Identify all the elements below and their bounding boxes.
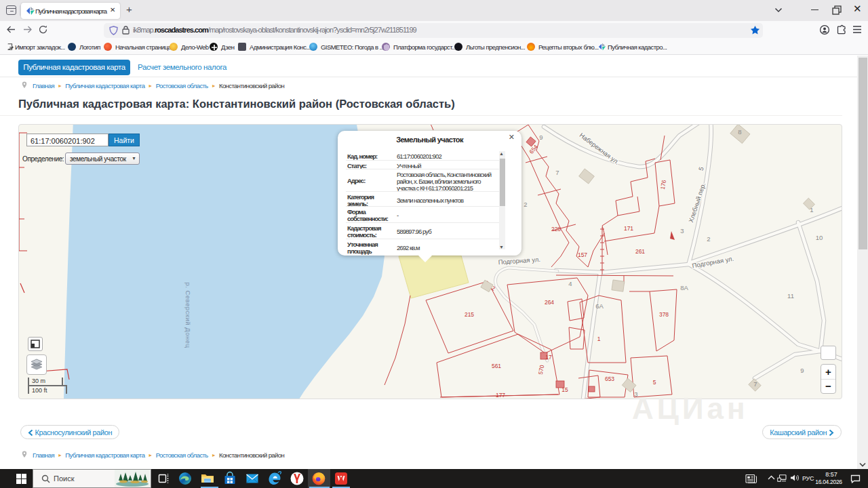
svg-text:р. Северский Донец: р. Северский Донец bbox=[184, 282, 192, 348]
svg-text:7: 7 bbox=[555, 169, 559, 176]
svg-text:653: 653 bbox=[605, 375, 614, 382]
svg-text:9: 9 bbox=[539, 134, 542, 141]
svg-text:176: 176 bbox=[659, 179, 667, 190]
svg-text:9: 9 bbox=[800, 367, 804, 374]
svg-text:171: 171 bbox=[624, 225, 633, 232]
svg-text:561: 561 bbox=[492, 363, 501, 369]
svg-text:177: 177 bbox=[496, 392, 505, 399]
svg-text:5: 5 bbox=[697, 166, 705, 171]
svg-text:157: 157 bbox=[578, 251, 587, 258]
svg-text:Подгорная ул.: Подгорная ул. bbox=[498, 256, 540, 266]
svg-text:378: 378 bbox=[659, 311, 669, 318]
svg-text:1: 1 bbox=[597, 336, 601, 342]
svg-text:11: 11 bbox=[787, 292, 794, 300]
svg-text:228: 228 bbox=[551, 226, 561, 232]
svg-text:8А: 8А bbox=[680, 284, 688, 291]
svg-text:10: 10 bbox=[816, 234, 823, 241]
svg-text:5: 5 bbox=[653, 379, 656, 386]
svg-text:7: 7 bbox=[753, 380, 757, 388]
svg-text:3: 3 bbox=[680, 227, 684, 235]
svg-text:2: 2 bbox=[524, 201, 527, 208]
svg-text:17: 17 bbox=[545, 354, 552, 361]
svg-text:215: 215 bbox=[465, 311, 474, 318]
svg-text:570: 570 bbox=[537, 364, 545, 375]
svg-text:15: 15 bbox=[561, 386, 568, 393]
svg-text:264: 264 bbox=[545, 299, 554, 306]
svg-text:261: 261 bbox=[635, 248, 645, 255]
svg-text:1: 1 bbox=[810, 206, 813, 214]
svg-text:8: 8 bbox=[738, 128, 741, 136]
svg-text:4: 4 bbox=[568, 280, 572, 287]
svg-text:2: 2 bbox=[707, 235, 710, 243]
svg-text:6А: 6А bbox=[595, 302, 604, 310]
